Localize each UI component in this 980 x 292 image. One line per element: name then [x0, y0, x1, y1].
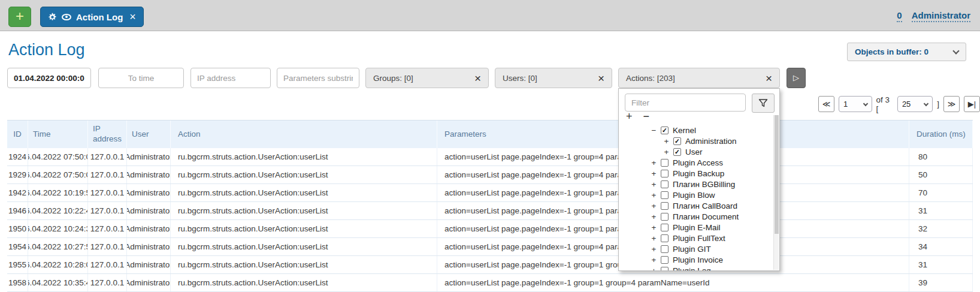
- scrollbar-thumb[interactable]: [775, 115, 779, 234]
- cell-params: action=userList page.pageIndex=-1 group=…: [437, 274, 909, 291]
- tree-checkbox[interactable]: ✓: [673, 148, 681, 156]
- tree-checkbox[interactable]: [661, 191, 669, 199]
- tree-checkbox[interactable]: [661, 159, 669, 167]
- cell-duration: 31: [909, 202, 973, 219]
- tree-item[interactable]: +Plugin Log: [619, 265, 773, 271]
- tree-filter-input[interactable]: [625, 94, 746, 112]
- user-links: 0 Administrator: [897, 10, 970, 22]
- expand-all-button[interactable]: +: [626, 110, 633, 122]
- clear-actions-icon[interactable]: ×: [766, 73, 772, 84]
- tree-checkbox[interactable]: [661, 256, 669, 264]
- clear-groups-icon[interactable]: ×: [474, 73, 481, 84]
- tree-item[interactable]: −✓Kernel: [619, 125, 773, 136]
- tree-item[interactable]: +Плагин Document: [619, 211, 773, 222]
- ip-address-input[interactable]: [190, 68, 271, 88]
- tree-checkbox[interactable]: [661, 202, 669, 210]
- action-log-table: ID Time IP address User Action Parameter…: [7, 120, 973, 292]
- last-page-button[interactable]: ▶|: [964, 96, 980, 112]
- expand-node-icon[interactable]: +: [651, 201, 657, 210]
- tree-checkbox[interactable]: [661, 267, 669, 272]
- tree-checkbox[interactable]: [661, 213, 669, 221]
- notification-count-link[interactable]: 0: [897, 10, 902, 22]
- objects-in-buffer-dropdown[interactable]: Objects in buffer: 0: [847, 43, 966, 61]
- expand-node-icon[interactable]: +: [664, 147, 669, 156]
- from-time-input[interactable]: [7, 68, 91, 88]
- parameters-substring-input[interactable]: [277, 68, 359, 88]
- buffer-label: Objects in buffer: 0: [855, 47, 928, 56]
- tree-controls: + −: [626, 110, 657, 123]
- expand-node-icon[interactable]: +: [651, 191, 657, 200]
- tree-item[interactable]: +✓User: [619, 146, 773, 157]
- page-size-select[interactable]: 25: [897, 96, 933, 112]
- cell-ip: 127.0.0.1: [88, 220, 127, 237]
- tree-item[interactable]: +Plugin Access: [619, 157, 773, 168]
- col-header-action: Action: [171, 121, 437, 148]
- table-row[interactable]: 192406.04.2022 07:50:02127.0.0.1Administ…: [7, 148, 973, 166]
- page-number-select[interactable]: 1: [839, 96, 872, 112]
- cell-ip: 127.0.0.1: [88, 184, 127, 201]
- users-filter-chip[interactable]: Users: [0] ×: [495, 68, 612, 88]
- cell-duration: 39: [909, 274, 973, 291]
- collapse-node-icon[interactable]: −: [651, 126, 657, 135]
- tree-checkbox[interactable]: ✓: [661, 127, 669, 134]
- cell-ip: 127.0.0.1: [88, 148, 127, 165]
- table-row[interactable]: 195506.04.2022 10:28:03127.0.0.1Administ…: [7, 256, 973, 274]
- tree-item[interactable]: +Plugin GIT: [619, 243, 773, 254]
- tree-item-label: Plugin Backup: [673, 169, 724, 178]
- tree-item[interactable]: +✓Administration: [619, 136, 773, 146]
- expand-node-icon[interactable]: +: [651, 212, 657, 221]
- tree-checkbox[interactable]: [661, 234, 669, 242]
- actions-filter-chip[interactable]: Actions: [203] ×: [618, 68, 780, 88]
- add-tab-button[interactable]: +: [8, 7, 31, 27]
- gear-icon: [48, 13, 57, 22]
- tree-item[interactable]: +Plugin Backup: [619, 168, 773, 179]
- tree-item[interactable]: +Plugin Blow: [619, 189, 773, 200]
- tree-item[interactable]: +Plugin E-Mail: [619, 222, 773, 233]
- cell-id: 1946: [7, 202, 28, 219]
- apply-filter-button[interactable]: [752, 94, 775, 113]
- tree-item[interactable]: +Плагин BGBilling: [619, 179, 773, 189]
- clear-users-icon[interactable]: ×: [598, 73, 604, 84]
- tree-checkbox[interactable]: [661, 180, 669, 188]
- table-row[interactable]: 195806.04.2022 10:35:49127.0.0.1Administ…: [7, 274, 973, 292]
- cell-action: ru.bgcrm.struts.action.UserAction:userLi…: [171, 238, 437, 255]
- expand-node-icon[interactable]: +: [651, 180, 657, 189]
- panel-scrollbar[interactable]: [773, 115, 779, 270]
- page-number-value: 1: [843, 100, 848, 109]
- tree-item[interactable]: +Plugin FullText: [619, 233, 773, 243]
- groups-filter-chip[interactable]: Groups: [0] ×: [365, 68, 489, 88]
- table-row[interactable]: 194206.04.2022 10:19:54127.0.0.1Administ…: [7, 184, 973, 202]
- table-row[interactable]: 194606.04.2022 10:22:49127.0.0.1Administ…: [7, 202, 973, 220]
- table-row[interactable]: 195006.04.2022 10:24:30127.0.0.1Administ…: [7, 220, 973, 238]
- expand-node-icon[interactable]: +: [651, 266, 657, 272]
- collapse-all-button[interactable]: −: [643, 110, 650, 122]
- top-bar: [0, 0, 980, 31]
- tree-checkbox[interactable]: [661, 245, 669, 253]
- first-page-button[interactable]: ≪: [818, 96, 834, 112]
- expand-node-icon[interactable]: +: [651, 223, 657, 232]
- tree-checkbox[interactable]: [661, 170, 669, 177]
- tree-checkbox[interactable]: ✓: [673, 137, 681, 145]
- to-time-input[interactable]: [98, 68, 184, 88]
- expand-node-icon[interactable]: +: [664, 137, 669, 146]
- tab-close-icon[interactable]: ×: [129, 11, 136, 22]
- expand-node-icon[interactable]: +: [651, 158, 657, 167]
- run-search-button[interactable]: ▷: [787, 68, 806, 88]
- expand-node-icon[interactable]: +: [651, 169, 657, 178]
- expand-node-icon[interactable]: +: [651, 234, 657, 243]
- tree-checkbox[interactable]: [661, 224, 669, 231]
- table-row[interactable]: 195406.04.2022 10:27:57127.0.0.1Administ…: [7, 238, 973, 256]
- table-row[interactable]: 192906.04.2022 07:50:06127.0.0.1Administ…: [7, 166, 973, 184]
- cell-time: 06.04.2022 10:35:49: [28, 274, 88, 291]
- expand-node-icon[interactable]: +: [651, 255, 657, 264]
- tree-item[interactable]: +Плагин CallBoard: [619, 200, 773, 211]
- tree-item[interactable]: +Plugin Invoice: [619, 254, 773, 265]
- cell-ip: 127.0.0.1: [88, 274, 127, 291]
- cell-time: 06.04.2022 10:28:03: [28, 256, 88, 273]
- tab-action-log[interactable]: Action Log ×: [40, 7, 144, 27]
- current-user-link[interactable]: Administrator: [912, 10, 970, 22]
- tree-item-label: Plugin Access: [673, 158, 723, 167]
- table-header: ID Time IP address User Action Parameter…: [7, 121, 973, 148]
- expand-node-icon[interactable]: +: [651, 245, 657, 254]
- next-page-button[interactable]: ≫: [943, 96, 960, 112]
